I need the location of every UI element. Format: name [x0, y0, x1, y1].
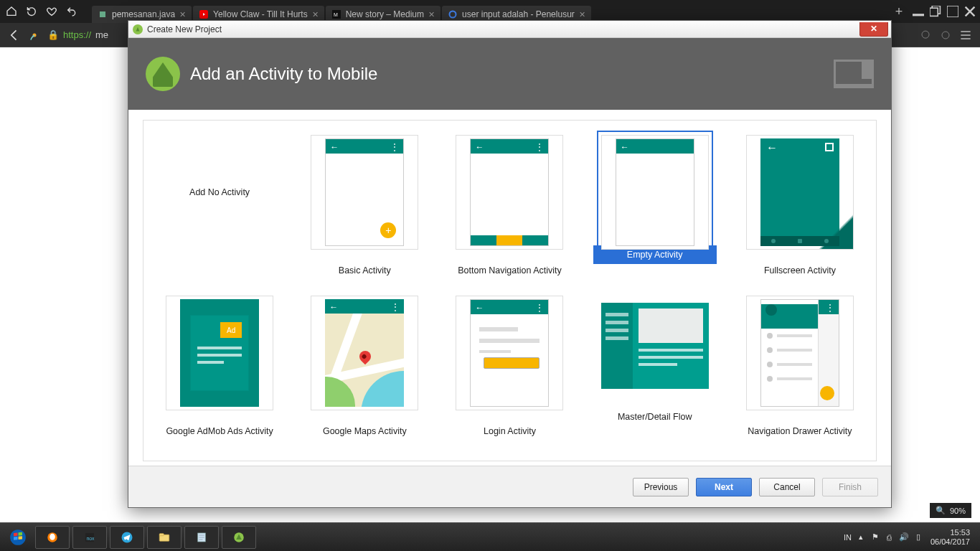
- svg-rect-7: [930, 8, 938, 16]
- template-label: Basic Activity: [303, 263, 426, 278]
- template-login[interactable]: ←⋮Login Activity: [448, 291, 571, 439]
- template-thumb: Ad: [166, 296, 273, 410]
- zoom-indicator[interactable]: 🔍 90%: [930, 503, 971, 518]
- taskbar-app-telegram[interactable]: [110, 526, 144, 549]
- template-thumb: Add No Activity: [166, 135, 273, 250]
- template-label: Bottom Navigation Activity: [448, 263, 571, 278]
- template-full[interactable]: ←Fullscreen Activity: [738, 131, 862, 278]
- svg-rect-8: [947, 6, 958, 17]
- cancel-button[interactable]: Cancel: [759, 478, 815, 496]
- tab-label: Yellow Claw - Till It Hurts: [213, 9, 308, 19]
- template-thumb: ←⋮: [456, 296, 563, 410]
- svg-rect-15: [14, 536, 17, 540]
- next-button[interactable]: Next: [696, 478, 752, 496]
- heart-icon[interactable]: [44, 4, 59, 19]
- rocket-icon[interactable]: [27, 28, 42, 42]
- template-label: Google Maps Activity: [303, 423, 426, 439]
- device-icon: [834, 60, 874, 88]
- svg-text:M: M: [334, 12, 338, 17]
- dialog-header: Add an Activity to Mobile: [128, 38, 891, 110]
- back-icon[interactable]: [7, 28, 22, 42]
- taskbar-app-ucbrowser[interactable]: [35, 526, 70, 549]
- new-tab-button[interactable]: +: [891, 4, 907, 19]
- tab-close-icon[interactable]: ✕: [312, 10, 319, 19]
- svg-point-11: [942, 32, 949, 39]
- start-button[interactable]: [3, 526, 33, 549]
- template-master[interactable]: Master/Detail Flow: [593, 291, 717, 439]
- maximize-icon[interactable]: [947, 6, 958, 17]
- system-tray: IN ▴ ⚑ ⎙ 🔊 ▯ 15:53 06/04/2017: [844, 528, 977, 545]
- home-icon[interactable]: [4, 4, 19, 19]
- url-text: me: [95, 29, 108, 40]
- tab-label: New story – Medium: [346, 9, 424, 19]
- zoom-value: 90%: [950, 507, 966, 515]
- template-label: Google AdMob Ads Activity: [158, 423, 281, 439]
- tab-close-icon[interactable]: ✕: [579, 10, 585, 19]
- svg-rect-13: [14, 532, 17, 536]
- svg-rect-0: [100, 11, 105, 17]
- svg-rect-16: [19, 536, 22, 540]
- template-bottom[interactable]: ←⋮Bottom Navigation Activity: [448, 131, 571, 278]
- svg-rect-10: [922, 31, 929, 38]
- tab-favicon-icon: [98, 9, 108, 19]
- dialog-close-button[interactable]: ✕: [859, 22, 888, 37]
- template-thumb: [601, 296, 709, 396]
- taskbar-app-androidstudio[interactable]: [222, 526, 256, 549]
- tray-network-icon[interactable]: ⎙: [885, 532, 895, 542]
- window-controls: [913, 6, 976, 17]
- dialog-heading: Add an Activity to Mobile: [190, 64, 377, 84]
- tab-favicon-icon: [199, 9, 209, 19]
- template-nav[interactable]: ⋮Navigation Drawer Activity: [738, 291, 862, 439]
- tray-chevron-icon[interactable]: ▴: [859, 532, 863, 542]
- tab-close-icon[interactable]: ✕: [179, 10, 186, 19]
- template-empty[interactable]: ←Empty Activity: [593, 131, 717, 278]
- dialog-titlebar[interactable]: Create New Project ✕: [128, 21, 891, 38]
- template-thumb: ←: [746, 135, 854, 250]
- tab-favicon-icon: M: [331, 9, 341, 19]
- windows-taskbar: nox IN ▴ ⚑ ⎙ 🔊 ▯ 15:53 06/04/2017: [0, 522, 980, 551]
- template-thumb: ←⋮: [456, 135, 563, 250]
- minimize-icon[interactable]: [913, 6, 924, 17]
- input-language[interactable]: IN: [844, 533, 852, 542]
- finish-button: Finish: [822, 478, 878, 496]
- previous-button[interactable]: Previous: [633, 478, 689, 496]
- close-icon[interactable]: [964, 6, 976, 17]
- tray-battery-icon[interactable]: ▯: [913, 532, 923, 542]
- dialog-title: Create New Project: [147, 24, 222, 34]
- taskbar-app-nox[interactable]: nox: [72, 526, 107, 549]
- svg-rect-14: [19, 532, 22, 535]
- tray-flag-icon[interactable]: ⚑: [870, 532, 880, 542]
- clock-time: 15:53: [930, 528, 970, 537]
- tab-label: pemesanan.java: [112, 9, 175, 19]
- magnifier-icon: 🔍: [936, 506, 946, 515]
- tab-close-icon[interactable]: ✕: [428, 10, 435, 19]
- template-thumb: ←⋮+: [311, 135, 418, 250]
- restore-icon[interactable]: [930, 6, 941, 17]
- dialog-footer: Previous Next Cancel Finish: [128, 466, 891, 507]
- svg-rect-5: [913, 14, 924, 16]
- lock-icon: 🔒: [47, 29, 59, 40]
- template-label: Master/Detail Flow: [593, 409, 717, 425]
- taskbar-app-explorer[interactable]: [147, 526, 182, 549]
- bookmark-icon[interactable]: [918, 28, 933, 42]
- taskbar-app-notepad[interactable]: [184, 526, 219, 549]
- tab-label: user input adalah - Penelusur: [462, 9, 575, 19]
- menu-icon[interactable]: [958, 28, 973, 42]
- template-grid: Add No Activity.←⋮+Basic Activity←⋮Botto…: [143, 120, 877, 461]
- undo-icon[interactable]: [65, 4, 79, 19]
- svg-text:nox: nox: [87, 535, 95, 540]
- svg-point-12: [10, 529, 26, 545]
- template-maps[interactable]: ←⋮Google Maps Activity: [303, 291, 426, 439]
- tray-volume-icon[interactable]: 🔊: [899, 532, 909, 542]
- svg-point-18: [50, 533, 55, 540]
- create-project-dialog: Create New Project ✕ Add an Activity to …: [128, 20, 892, 508]
- template-admob[interactable]: AdGoogle AdMob Ads Activity: [158, 291, 281, 439]
- taskbar-clock[interactable]: 15:53 06/04/2017: [930, 528, 970, 545]
- template-none[interactable]: Add No Activity.: [158, 131, 281, 278]
- svg-rect-23: [159, 533, 164, 535]
- extensions-icon[interactable]: [938, 28, 953, 42]
- template-basic[interactable]: ←⋮+Basic Activity: [303, 131, 426, 278]
- reload-icon[interactable]: [24, 4, 39, 19]
- svg-point-4: [450, 11, 456, 18]
- template-thumb: ⋮: [746, 296, 854, 410]
